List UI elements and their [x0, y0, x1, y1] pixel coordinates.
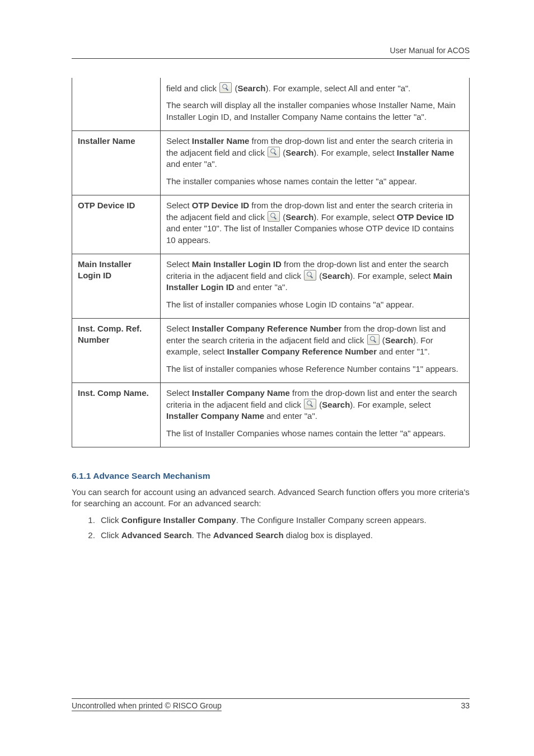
- search-options-table: field and click (Search). For example, s…: [72, 78, 470, 447]
- step-text: Click Advanced Search. The Advanced Sear…: [101, 530, 373, 540]
- bold-text: Search: [285, 148, 313, 157]
- steps-list: Click Configure Installer Company. The C…: [72, 515, 470, 541]
- bold-text: Search: [322, 400, 350, 409]
- row-label: Installer Name: [72, 130, 161, 195]
- row-description: Select Installer Company Reference Numbe…: [161, 318, 470, 382]
- row-label: OTP Device ID: [72, 195, 161, 254]
- bold-text: OTP Device ID: [192, 200, 249, 210]
- bold-text: Search: [385, 335, 413, 345]
- row-label: Inst. Comp. Ref. Number: [72, 318, 161, 382]
- bold-text: Installer Name: [397, 148, 455, 157]
- search-icon: [219, 82, 232, 93]
- bold-text: Configure Installer Company: [121, 515, 236, 525]
- table-row: OTP Device IDSelect OTP Device ID from t…: [72, 195, 470, 254]
- table-row: Installer NameSelect Installer Name from…: [72, 130, 470, 195]
- search-icon: [304, 270, 316, 281]
- search-icon: [367, 334, 380, 345]
- page-number: 33: [461, 701, 470, 710]
- description-paragraph: The list of installer companies whose Re…: [166, 363, 463, 375]
- list-item: Click Configure Installer Company. The C…: [97, 515, 470, 526]
- row-description: Select Main Installer Login ID from the …: [161, 254, 470, 318]
- description-paragraph: Select Installer Company Reference Numbe…: [166, 323, 463, 358]
- bold-text: Search: [285, 212, 313, 222]
- bold-text: Installer Company Name: [192, 388, 290, 398]
- page-footer: Uncontrolled when printed © RISCO Group …: [72, 698, 470, 710]
- bold-text: Installer Name: [192, 136, 250, 146]
- search-icon: [268, 147, 280, 157]
- list-item: Click Advanced Search. The Advanced Sear…: [97, 530, 470, 541]
- description-paragraph: The list of installer companies whose Lo…: [166, 299, 463, 310]
- bold-text: Installer Company Reference Number: [192, 324, 342, 333]
- search-icon: [304, 399, 316, 409]
- search-icon: [268, 211, 280, 222]
- section-intro: You can search for account using an adva…: [72, 487, 470, 510]
- bold-text: Main Installer Login ID: [192, 259, 282, 269]
- header-rule: [72, 58, 470, 59]
- row-label: [72, 78, 161, 130]
- row-label: Inst. Comp Name.: [72, 382, 161, 447]
- running-header: User Manual for ACOS: [72, 46, 470, 55]
- bold-text: Installer Company Reference Number: [227, 347, 377, 356]
- row-label: Main Installer Login ID: [72, 254, 161, 318]
- table-row: field and click (Search). For example, s…: [72, 78, 470, 130]
- bold-text: Search: [322, 271, 350, 281]
- row-description: Select OTP Device ID from the drop-down …: [161, 195, 470, 254]
- section-heading: 6.1.1 Advance Search Mechanism: [72, 471, 470, 481]
- table-row: Main Installer Login IDSelect Main Insta…: [72, 254, 470, 318]
- description-paragraph: Select Installer Name from the drop-down…: [166, 136, 463, 170]
- description-paragraph: Select OTP Device ID from the drop-down …: [166, 200, 463, 246]
- description-paragraph: The search will display all the installe…: [166, 100, 463, 123]
- bold-text: Advanced Search: [121, 530, 192, 540]
- description-paragraph: Select Installer Company Name from the d…: [166, 388, 463, 422]
- description-paragraph: The list of Installer Companies whose na…: [166, 428, 463, 439]
- bold-text: Installer Company Name: [166, 411, 264, 421]
- bold-text: Advanced Search: [213, 530, 284, 540]
- description-paragraph: Select Main Installer Login ID from the …: [166, 259, 463, 293]
- row-description: Select Installer Company Name from the d…: [161, 382, 470, 447]
- bold-text: OTP Device ID: [397, 212, 454, 222]
- step-text: Click Configure Installer Company. The C…: [101, 515, 427, 525]
- row-description: field and click (Search). For example, s…: [161, 78, 470, 130]
- bold-text: Search: [237, 83, 265, 93]
- row-description: Select Installer Name from the drop-down…: [161, 130, 470, 195]
- description-paragraph: The installer companies whose names cont…: [166, 176, 463, 187]
- footer-left: Uncontrolled when printed © RISCO Group: [72, 701, 222, 710]
- table-row: Inst. Comp. Ref. NumberSelect Installer …: [72, 318, 470, 382]
- table-row: Inst. Comp Name.Select Installer Company…: [72, 382, 470, 447]
- description-paragraph: field and click (Search). For example, s…: [166, 82, 463, 94]
